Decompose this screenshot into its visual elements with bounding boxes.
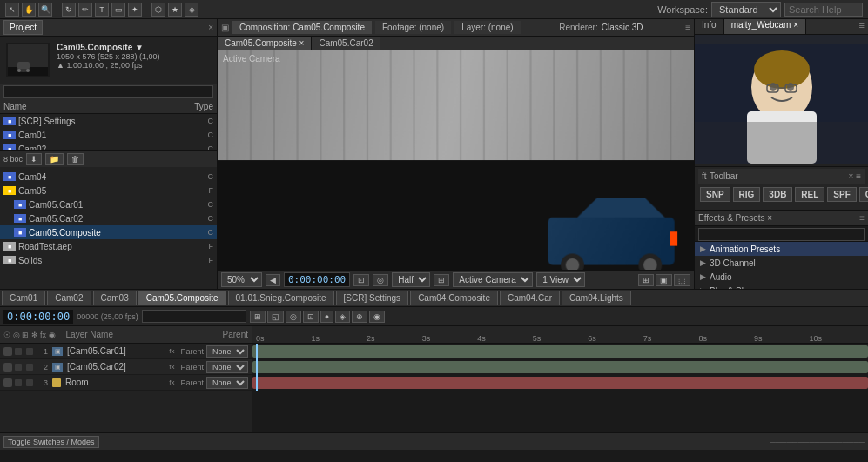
tool-hand[interactable]: ✋: [22, 3, 36, 17]
effect-item[interactable]: ▶Blur & Sharpen: [695, 284, 868, 289]
layer-solo[interactable]: [15, 379, 22, 386]
workspace-dropdown[interactable]: Standard: [711, 2, 781, 17]
timeline-tab-cam03[interactable]: Cam03: [93, 291, 137, 305]
effect-item[interactable]: ▶Audio: [695, 270, 868, 284]
timeline-layer-row[interactable]: 3 Room fx Parent None: [0, 375, 252, 391]
switch-mode-btn[interactable]: Toggle Switches / Modes: [3, 436, 99, 448]
layer-visibility[interactable]: [3, 363, 12, 372]
safe-zones-btn[interactable]: ▣: [656, 274, 672, 286]
ft-btn-cls[interactable]: CLS: [859, 187, 868, 202]
camera-dropdown[interactable]: Active Camera: [453, 272, 533, 287]
layer-visibility[interactable]: [3, 378, 12, 387]
tool-arrow[interactable]: ↖: [5, 3, 19, 17]
comp-subtab-2[interactable]: Cam05.Car02: [312, 37, 380, 50]
parent-select[interactable]: None: [206, 377, 248, 389]
layer-solo[interactable]: [15, 348, 22, 355]
track-row[interactable]: [252, 359, 868, 375]
ft-btn-rel[interactable]: REL: [795, 187, 824, 202]
project-search-input[interactable]: [3, 85, 213, 98]
parent-select[interactable]: None: [206, 361, 248, 373]
zoom-dropdown[interactable]: 50%: [221, 272, 262, 287]
tc-btn-4[interactable]: ⊡: [303, 311, 319, 323]
project-layer-item[interactable]: ■ Cam04 C: [0, 170, 217, 184]
layer-search-input[interactable]: [142, 310, 246, 323]
timeline-tab--scr--settings[interactable]: [SCR] Settings: [336, 291, 409, 305]
timeline-tab-cam04-composite[interactable]: Cam04.Composite: [410, 291, 498, 305]
layer-lock[interactable]: [26, 348, 33, 355]
track-row[interactable]: [252, 375, 868, 391]
tool-shape[interactable]: ▭: [111, 3, 125, 17]
timeline-tab-cam02[interactable]: Cam02: [47, 291, 91, 305]
project-layer-item[interactable]: ■ Cam01 C: [0, 128, 217, 142]
tc-btn-8[interactable]: ◉: [369, 311, 385, 323]
effect-item[interactable]: ▶3D Channel: [695, 256, 868, 270]
tc-btn-3[interactable]: ◎: [286, 311, 301, 323]
tool-text[interactable]: T: [95, 3, 109, 17]
layer-solo[interactable]: [15, 364, 22, 371]
search-help-input[interactable]: [784, 3, 863, 17]
tool-cam[interactable]: ⬡: [151, 3, 165, 17]
timeline-layer-row[interactable]: 1 ▣ [Cam05.Car01] fx Parent None: [0, 344, 252, 359]
layer-visibility[interactable]: [3, 347, 12, 356]
ft-btn-spf[interactable]: SPF: [827, 187, 856, 202]
timeline-tab-cam01[interactable]: Cam01: [2, 291, 45, 305]
tool-zoom[interactable]: 🔍: [38, 3, 52, 17]
comp-subtab-1[interactable]: Cam05.Composite ×: [218, 37, 312, 50]
project-layer-item[interactable]: ■ RoadTest.aep F: [0, 239, 217, 253]
project-tab[interactable]: Project: [3, 20, 43, 35]
ft-toolbar-close[interactable]: × ≡: [849, 171, 861, 181]
effects-menu[interactable]: ≡: [859, 213, 865, 223]
webcam-tab[interactable]: malty_Webcam ×: [724, 19, 806, 34]
project-layer-item[interactable]: ■ Cam05 F: [0, 184, 217, 198]
view-count-dropdown[interactable]: 1 View: [536, 272, 585, 287]
layer-lock[interactable]: [26, 364, 33, 371]
effects-search-input[interactable]: [698, 228, 865, 241]
name-column-header: Name: [3, 102, 27, 111]
layer-mode-icons: ☉ ◎ ⊞ ✻ fx ◉: [3, 331, 56, 339]
layer-lock[interactable]: [26, 379, 33, 386]
info-tab[interactable]: Info: [695, 19, 724, 34]
timeline-layer-row[interactable]: 2 ▣ [Cam05.Car02] fx Parent None: [0, 359, 252, 375]
tool-star[interactable]: ★: [168, 3, 182, 17]
project-layer-item[interactable]: ■ Cam05.Car01 C: [0, 198, 217, 211]
comp-tab-main[interactable]: Composition: Cam05.Composite: [232, 21, 372, 34]
timeline-tab-cam04-lights[interactable]: Cam04.Lights: [562, 291, 631, 305]
project-layer-item[interactable]: ■ Solids F: [0, 253, 217, 267]
tc-btn-6[interactable]: ◈: [335, 311, 350, 323]
trash-btn[interactable]: 🗑: [67, 153, 84, 165]
parent-select[interactable]: None: [206, 345, 248, 358]
timeline-tab-cam05-composite[interactable]: Cam05.Composite: [138, 291, 226, 305]
info-panel-menu[interactable]: ≡: [856, 19, 868, 34]
tool-puppet[interactable]: ✦: [128, 3, 142, 17]
timeline-tab-cam04-car[interactable]: Cam04.Car: [500, 291, 560, 305]
folder-btn[interactable]: 📁: [45, 153, 64, 165]
tc-btn-5[interactable]: ●: [320, 311, 333, 323]
timeline-tab-01-01-snieg-composite[interactable]: 01.01.Snieg.Composite: [228, 291, 334, 305]
tool-rotate[interactable]: ↻: [62, 3, 76, 17]
tc-btn-7[interactable]: ⊕: [352, 311, 367, 323]
track-row[interactable]: [252, 344, 868, 359]
project-layer-item[interactable]: ■ Cam05.Car02 C: [0, 211, 217, 225]
ft-btn-3db[interactable]: 3DB: [763, 187, 792, 202]
tool-pen[interactable]: ✏: [78, 3, 92, 17]
transparency-btn[interactable]: ⬚: [674, 274, 690, 286]
project-panel-close[interactable]: ×: [208, 23, 213, 32]
tc-btn-1[interactable]: ⊞: [250, 311, 266, 323]
import-btn[interactable]: ⬇: [26, 153, 42, 165]
grid-btn[interactable]: ⊞: [638, 274, 654, 286]
view-options-btn[interactable]: ⊞: [434, 274, 449, 286]
tool-extra[interactable]: ◈: [185, 3, 198, 17]
comp-panel-close[interactable]: ≡: [685, 23, 690, 32]
playback-btn[interactable]: ◀: [266, 274, 280, 286]
ft-btn-rig[interactable]: RIG: [733, 187, 761, 202]
effects-title: Effects & Presets ×: [698, 213, 772, 223]
snap-btn[interactable]: ⊡: [353, 274, 369, 286]
motion-blur-btn[interactable]: ◎: [373, 274, 388, 286]
project-layer-item[interactable]: ■ Cam05.Composite C: [0, 225, 217, 239]
effect-item[interactable]: ▶Animation Presets: [695, 242, 868, 256]
track-bar: [252, 361, 868, 373]
project-layer-item[interactable]: ■ [SCR] Settings C: [0, 114, 217, 128]
tc-btn-2[interactable]: ◱: [267, 311, 284, 323]
ft-btn-snp[interactable]: SNP: [700, 187, 730, 202]
quality-dropdown[interactable]: Half: [392, 272, 430, 287]
